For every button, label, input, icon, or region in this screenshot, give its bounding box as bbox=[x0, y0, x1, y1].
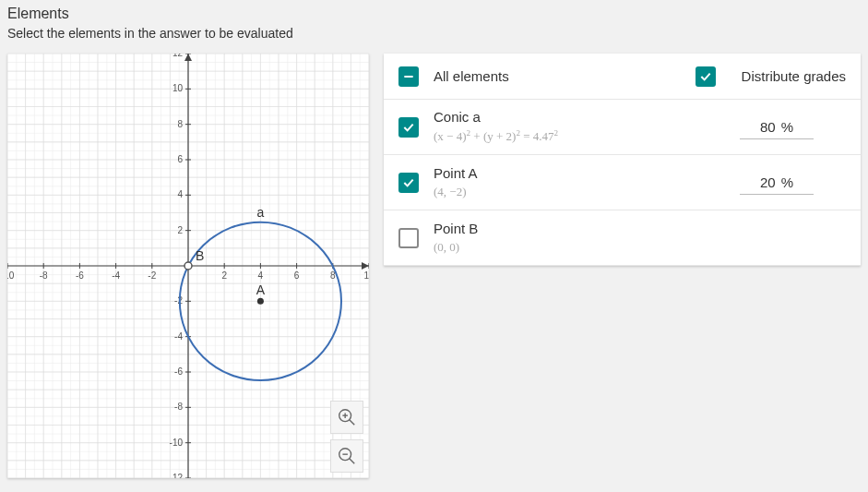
zoom-in-button[interactable] bbox=[330, 401, 363, 434]
graph-plot[interactable]: -10-8-6-4-2246810-12-10-8-6-4-224681012a… bbox=[7, 54, 369, 478]
svg-text:-6: -6 bbox=[76, 270, 84, 281]
percent-value: 80 bbox=[760, 119, 776, 135]
svg-text:-10: -10 bbox=[7, 270, 15, 281]
svg-text:8: 8 bbox=[177, 119, 183, 129]
distribute-grades-label: Distribute grades bbox=[742, 68, 846, 84]
element-row: Point A(4, −2)20% bbox=[384, 155, 861, 210]
svg-text:6: 6 bbox=[177, 154, 183, 164]
svg-text:6: 6 bbox=[294, 270, 300, 281]
svg-text:-2: -2 bbox=[174, 295, 183, 306]
element-checkbox[interactable] bbox=[398, 228, 419, 248]
svg-text:-2: -2 bbox=[148, 270, 156, 281]
all-elements-checkbox[interactable] bbox=[398, 66, 419, 87]
svg-text:12: 12 bbox=[172, 54, 184, 58]
svg-text:-10: -10 bbox=[170, 438, 184, 448]
top-row: All elements Distribute grades bbox=[384, 54, 861, 100]
page-title: Elements bbox=[7, 6, 861, 22]
svg-point-188 bbox=[184, 262, 192, 270]
element-label: Point A bbox=[434, 165, 707, 181]
svg-text:a: a bbox=[257, 205, 265, 220]
zoom-in-icon bbox=[337, 407, 357, 427]
svg-text:10: 10 bbox=[363, 270, 369, 281]
zoom-out-button[interactable] bbox=[330, 439, 363, 473]
element-checkbox[interactable] bbox=[398, 117, 419, 138]
svg-text:-6: -6 bbox=[174, 366, 183, 377]
svg-text:4: 4 bbox=[258, 270, 264, 281]
svg-text:-8: -8 bbox=[174, 402, 183, 412]
zoom-out-icon bbox=[337, 446, 357, 466]
graph-panel[interactable]: -10-8-6-4-2246810-12-10-8-6-4-224681012a… bbox=[7, 54, 369, 478]
svg-text:-8: -8 bbox=[40, 270, 48, 281]
svg-text:-12: -12 bbox=[170, 473, 184, 478]
percent-symbol: % bbox=[781, 174, 793, 190]
svg-text:2: 2 bbox=[177, 225, 183, 235]
check-icon bbox=[401, 120, 416, 135]
svg-text:B: B bbox=[196, 248, 204, 263]
svg-rect-197 bbox=[404, 76, 412, 78]
svg-text:-4: -4 bbox=[174, 331, 183, 342]
svg-text:-4: -4 bbox=[112, 270, 120, 281]
svg-text:4: 4 bbox=[177, 189, 183, 199]
percent-input[interactable]: 80% bbox=[740, 115, 814, 139]
page-subtitle: Select the elements in the answer to be … bbox=[7, 26, 861, 41]
element-label: Point B bbox=[434, 221, 707, 236]
svg-point-186 bbox=[257, 298, 264, 305]
element-checkbox[interactable] bbox=[398, 173, 419, 193]
svg-text:A: A bbox=[256, 282, 266, 297]
svg-line-191 bbox=[350, 420, 355, 426]
element-equation: (x − 4)2 + (y + 2)2 = 4.472 bbox=[434, 128, 707, 144]
element-label: Conic a bbox=[434, 109, 707, 125]
element-row: Conic a(x − 4)2 + (y + 2)2 = 4.47280% bbox=[384, 100, 861, 155]
percent-symbol: % bbox=[781, 119, 793, 135]
svg-marker-138 bbox=[362, 262, 369, 270]
indeterminate-icon bbox=[401, 69, 416, 84]
distribute-grades-checkbox[interactable] bbox=[696, 66, 716, 87]
percent-value: 20 bbox=[760, 174, 776, 190]
elements-list: All elements Distribute grades Conic a(x… bbox=[384, 54, 861, 266]
percent-input[interactable]: 20% bbox=[740, 171, 814, 195]
element-row: Point B(0, 0) bbox=[384, 210, 861, 266]
check-icon bbox=[698, 69, 713, 84]
check-icon bbox=[401, 175, 416, 190]
element-equation: (4, −2) bbox=[434, 185, 707, 199]
element-equation: (0, 0) bbox=[434, 240, 707, 255]
svg-line-195 bbox=[350, 459, 355, 464]
svg-text:2: 2 bbox=[221, 270, 227, 281]
svg-text:10: 10 bbox=[172, 83, 184, 93]
all-elements-label: All elements bbox=[434, 68, 696, 84]
svg-marker-139 bbox=[184, 54, 192, 61]
